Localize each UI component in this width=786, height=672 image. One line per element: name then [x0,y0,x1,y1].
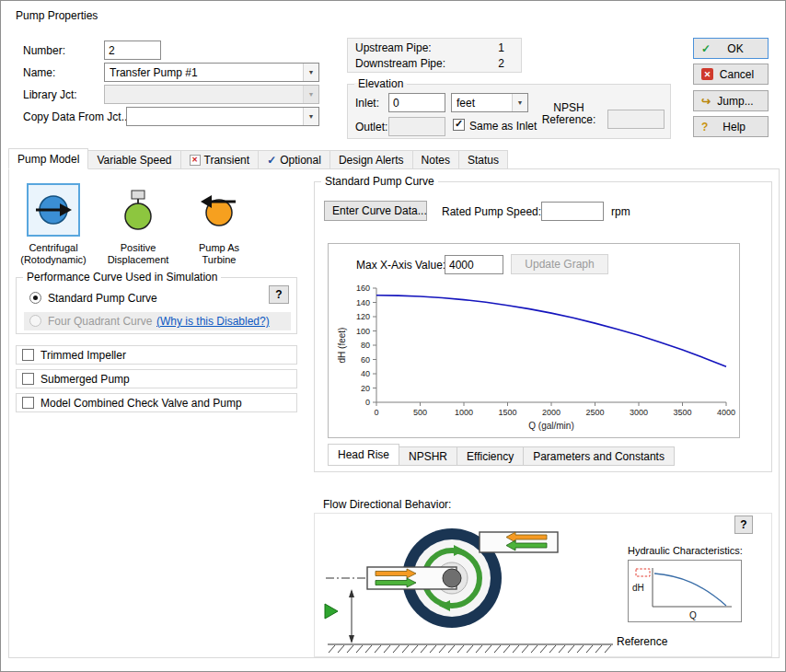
pump-type-centrifugal-button[interactable] [27,183,80,237]
npsh-reference-input [607,110,665,129]
type-label-line2: Turbine [178,254,260,266]
help-button[interactable]: ? Help [693,116,769,137]
tab-label: Variable Speed [97,154,171,167]
type-label-line1: Positive [97,242,179,254]
svg-text:0: 0 [374,408,378,417]
standard-pump-curve-group: Standard Pump Curve Enter Curve Data... … [314,181,772,472]
trimmed-impeller-checkbox[interactable] [22,349,34,361]
svg-text:2000: 2000 [542,408,561,417]
mini-chart-xlabel: Q [689,610,697,620]
subtab-efficiency[interactable]: Efficiency [457,446,524,466]
why-disabled-link[interactable]: (Why is this Disabled?) [156,315,270,328]
elevation-group-title: Elevation [354,77,407,90]
question-mark-icon: ? [270,288,288,301]
type-label-line2: (Rotodynamic) [12,254,95,266]
copy-data-label: Copy Data From Jct... [23,110,131,123]
chevron-down-icon[interactable]: ▼ [303,108,318,125]
tab-label: Notes [422,154,450,167]
hydraulic-characteristics-label: Hydraulic Characteristics: [628,545,743,556]
same-as-inlet-label: Same as Inlet [469,120,537,133]
transient-status-icon: ✕ [190,155,201,166]
help-button-label: Help [708,121,760,133]
question-mark-icon: ? [701,121,708,133]
ok-button[interactable]: ✓ OK [693,38,769,59]
pump-illustration [318,516,622,655]
tab-optional[interactable]: ✓Optional [259,150,330,169]
tab-notes[interactable]: Notes [413,150,459,169]
centrifugal-label: Centrifugal (Rotodynamic) [12,242,95,266]
rpm-unit-label: rpm [611,205,630,218]
inlet-label: Inlet: [355,97,379,110]
number-input[interactable] [104,41,161,60]
tab-label: Transient [204,154,250,167]
elevation-group: Elevation Inlet: feet ▼ Outlet: Same as … [347,84,671,139]
tab-design-alerts[interactable]: Design Alerts [330,150,413,169]
check-icon: ✓ [267,154,276,167]
trimmed-impeller-label: Trimmed Impeller [40,349,126,362]
four-quadrant-label: Four Quadrant Curve [48,315,152,328]
pump-as-turbine-label: Pump As Turbine [178,242,260,266]
tab-status[interactable]: Status [459,150,508,169]
flow-directional-behavior-label: Flow Directional Behavior: [323,498,451,511]
subtab-npshr[interactable]: NPSHR [399,446,457,466]
svg-text:80: 80 [361,341,370,350]
tab-label: Pump Model [17,153,79,166]
window-title: Pump Properties [16,9,98,22]
subtab-label: Efficiency [467,450,514,463]
cancel-button[interactable]: ✕ Cancel [693,64,769,85]
pump-as-turbine-icon [199,190,239,230]
tab-label: Optional [280,154,321,167]
svg-text:Q (gal/min): Q (gal/min) [528,421,573,431]
pump-type-pump-as-turbine-button[interactable] [192,183,246,237]
svg-text:3500: 3500 [673,408,691,417]
upstream-pipe-value: 1 [486,41,504,54]
submerged-pump-checkbox[interactable] [22,373,34,385]
jump-button-label: Jump... [711,95,760,108]
subtab-label: Parameters and Constants [533,450,665,463]
copy-data-combobox[interactable]: ▼ [126,107,319,126]
svg-text:dH (feet): dH (feet) [337,328,347,364]
pump-type-positive-displacement-button[interactable] [111,183,165,237]
chevron-down-icon[interactable]: ▼ [303,64,318,81]
name-combobox[interactable]: Transfer Pump #1 ▼ [104,63,319,82]
check-valve-label: Model Combined Check Valve and Pump [40,397,242,410]
max-x-axis-label: Max X-Axis Value: [356,259,445,272]
npsh-reference-label: NPSH Reference: [537,102,601,126]
graph-panel: Max X-Axis Value: Update Graph 020406080… [328,243,740,438]
type-label-line2: Displacement [97,254,179,266]
svg-text:60: 60 [361,355,370,365]
submerged-pump-label: Submerged Pump [40,373,130,386]
performance-help-button[interactable]: ? [269,285,289,304]
rated-pump-speed-input[interactable] [541,202,604,221]
enter-curve-data-button[interactable]: Enter Curve Data... [324,201,427,221]
elevation-units-combobox[interactable]: feet ▼ [451,93,528,112]
positive-displacement-label: Positive Displacement [97,242,179,266]
check-valve-checkbox[interactable] [22,397,34,409]
upstream-pipe-label: Upstream Pipe: [355,41,432,54]
subtab-head-rise[interactable]: Head Rise [328,444,399,466]
tab-transient[interactable]: ✕Transient [181,150,260,169]
type-label-line1: Centrifugal [12,242,95,254]
svg-text:0: 0 [365,398,370,407]
max-x-axis-input[interactable] [445,255,503,274]
shutoff-marker [636,569,650,576]
standard-pump-curve-radio[interactable] [29,292,41,304]
svg-text:160: 160 [356,284,370,293]
inlet-elevation-input[interactable] [388,93,445,112]
same-as-inlet-checkbox[interactable] [453,119,465,131]
reference-label: Reference [617,635,667,648]
jump-button[interactable]: ↪ Jump... [693,90,769,111]
centrifugal-pump-icon [33,190,74,230]
svg-text:3000: 3000 [630,408,648,417]
subtab-parameters-constants[interactable]: Parameters and Constants [524,446,675,466]
four-quadrant-radio [29,315,41,327]
tab-pump-model[interactable]: Pump Model [8,148,88,169]
pump-hub [443,569,461,587]
enter-curve-data-label: Enter Curve Data... [332,204,427,217]
name-label: Name: [23,66,55,79]
check-icon: ✓ [701,42,711,55]
tab-variable-speed[interactable]: Variable Speed [88,150,180,169]
subtab-label: Head Rise [338,448,389,461]
flow-help-button[interactable]: ? [734,516,753,534]
chevron-down-icon[interactable]: ▼ [512,94,527,111]
